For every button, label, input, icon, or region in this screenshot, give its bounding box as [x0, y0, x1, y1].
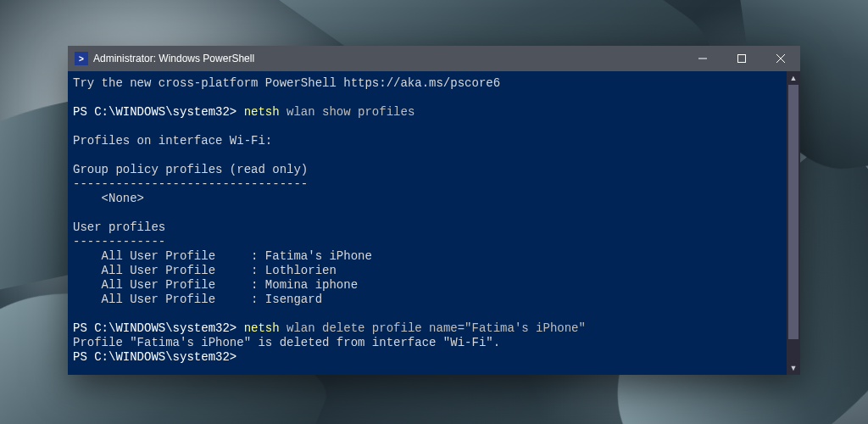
prompt-2: PS C:\WINDOWS\system32>: [73, 321, 236, 335]
powershell-icon: >: [75, 52, 88, 65]
group-header: Group policy profiles (read only): [73, 163, 308, 176]
user-header: User profiles: [73, 220, 165, 234]
prompt-3: PS C:\WINDOWS\system32>: [73, 350, 236, 364]
vertical-scrollbar[interactable]: ▲ ▼: [787, 71, 800, 375]
close-icon: [776, 54, 785, 63]
group-dash: ---------------------------------: [73, 177, 308, 191]
minimize-button[interactable]: [683, 46, 722, 71]
minimize-icon: [698, 54, 707, 63]
profiles-header: Profiles on interface Wi-Fi:: [73, 134, 272, 148]
prompt-1: PS C:\WINDOWS\system32>: [73, 105, 236, 119]
delete-result: Profile "Fatima's iPhone" is deleted fro…: [73, 336, 500, 349]
group-none: <None>: [73, 192, 144, 205]
scroll-thumb[interactable]: [788, 85, 798, 339]
svg-rect-0: [738, 55, 746, 63]
powershell-window: > Administrator: Windows PowerShell Try …: [68, 46, 800, 375]
cmd1-exe: netsh: [244, 105, 280, 119]
maximize-icon: [737, 54, 746, 63]
user-profile-row: All User Profile : Isengard: [73, 293, 322, 306]
window-title: Administrator: Windows PowerShell: [93, 53, 254, 64]
scroll-up-arrow-icon[interactable]: ▲: [787, 71, 800, 85]
cmd1-rest: wlan show profiles: [280, 105, 415, 119]
scroll-down-arrow-icon[interactable]: ▼: [787, 361, 800, 375]
user-profile-row: All User Profile : Lothlorien: [73, 264, 337, 277]
user-profile-row: All User Profile : Fatima's iPhone: [73, 249, 372, 263]
close-button[interactable]: [761, 46, 800, 71]
cmd2-rest: wlan delete profile name="Fatima's iPhon…: [280, 321, 586, 335]
maximize-button[interactable]: [722, 46, 761, 71]
user-dash: -------------: [73, 235, 165, 248]
titlebar[interactable]: > Administrator: Windows PowerShell: [68, 46, 800, 71]
cmd2-exe: netsh: [244, 321, 280, 335]
terminal-output[interactable]: Try the new cross-platform PowerShell ht…: [68, 71, 787, 375]
user-profile-row: All User Profile : Momina iphone: [73, 278, 358, 292]
banner-line: Try the new cross-platform PowerShell ht…: [73, 76, 500, 90]
